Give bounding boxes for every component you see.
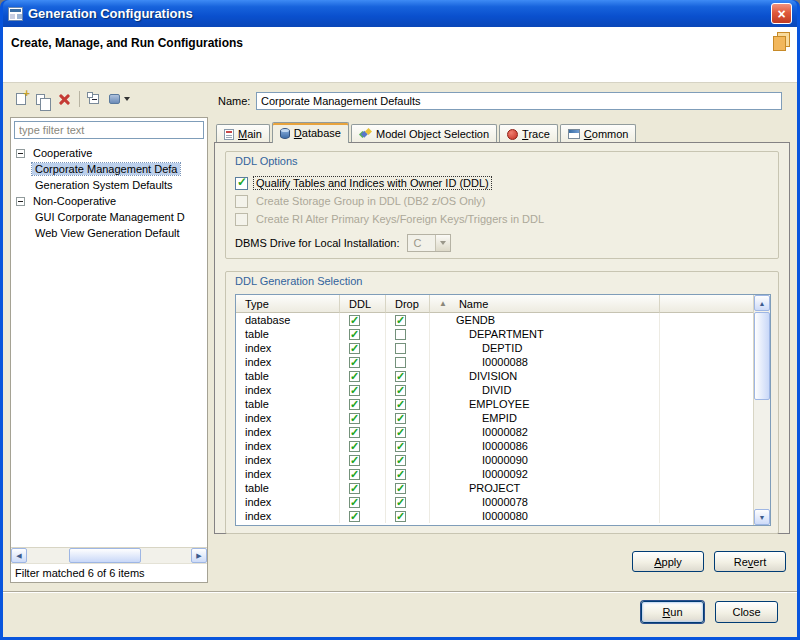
tree-item-web-view-generation-default[interactable]: Web View Generation Default (11, 225, 207, 241)
ddl-checkbox[interactable] (349, 371, 360, 382)
table-row[interactable]: tableDIVISION (236, 369, 753, 383)
drop-checkbox[interactable] (395, 511, 406, 522)
ddl-checkbox[interactable] (349, 441, 360, 452)
tab-common[interactable]: Common (560, 124, 637, 143)
scroll-thumb[interactable] (754, 312, 770, 400)
drop-checkbox[interactable] (395, 469, 406, 480)
run-button[interactable]: Run (641, 601, 704, 623)
column-header-type[interactable]: Type (236, 295, 340, 313)
ddl-checkbox[interactable] (349, 497, 360, 508)
table-row[interactable]: indexI0000088 (236, 355, 753, 369)
table-row[interactable]: databaseGENDB (236, 313, 753, 327)
tree-item-gui-corporate-management-d[interactable]: GUI Corporate Management D (11, 209, 207, 225)
table-row[interactable]: indexEMPID (236, 411, 753, 425)
ddl-checkbox[interactable] (349, 399, 360, 410)
ddl-checkbox[interactable] (349, 315, 360, 326)
filler-cell (660, 355, 753, 369)
drop-checkbox[interactable] (395, 497, 406, 508)
table-row[interactable]: indexDEPTID (236, 341, 753, 355)
apply-button[interactable]: Apply (632, 551, 704, 572)
ri-alter-checkbox-label: Create RI Alter Primary Keys/Foreign Key… (254, 213, 546, 225)
table-row[interactable]: indexI0000092 (236, 467, 753, 481)
collapse-all-button[interactable] (84, 88, 104, 110)
table-row[interactable]: indexI0000086 (236, 439, 753, 453)
drop-checkbox[interactable] (395, 329, 406, 340)
tree-item-non-cooperative[interactable]: Non-Cooperative (11, 193, 207, 209)
configuration-list-panel: CooperativeCorporate Management DefaGene… (10, 117, 208, 583)
drop-checkbox[interactable] (395, 399, 406, 410)
title-bar[interactable]: Generation Configurations × (3, 0, 797, 27)
ddl-checkbox[interactable] (349, 357, 360, 368)
ddl-checkbox[interactable] (349, 427, 360, 438)
header-banner: Create, Manage, and Run Configurations (3, 27, 797, 83)
column-header-ddl[interactable]: DDL (340, 295, 386, 313)
drop-checkbox[interactable] (395, 343, 406, 354)
column-header-name[interactable]: ▲Name (430, 295, 660, 313)
drop-checkbox[interactable] (395, 315, 406, 326)
tree-expander-icon[interactable] (16, 149, 25, 158)
config-tree: CooperativeCorporate Management DefaGene… (11, 142, 207, 547)
drop-checkbox[interactable] (395, 385, 406, 396)
filter-menu-button[interactable] (104, 88, 135, 110)
ddl-cell (340, 481, 386, 495)
table-row[interactable]: tableEMPLOYEE (236, 397, 753, 411)
ddl-checkbox[interactable] (349, 455, 360, 466)
table-row[interactable]: indexDIVID (236, 383, 753, 397)
drop-checkbox[interactable] (395, 483, 406, 494)
ddl-cell (340, 341, 386, 355)
column-header-drop[interactable]: Drop (386, 295, 430, 313)
drop-cell (386, 355, 430, 369)
table-row[interactable]: indexI0000080 (236, 509, 753, 523)
revert-button[interactable]: Revert (714, 551, 786, 572)
ddl-checkbox[interactable] (349, 511, 360, 522)
tab-model-object-selection[interactable]: Model Object Selection (351, 124, 497, 143)
ddl-checkbox[interactable] (349, 469, 360, 480)
ddl-checkbox[interactable] (349, 343, 360, 354)
table-row[interactable]: indexI0000090 (236, 453, 753, 467)
dialog-heading: Create, Manage, and Run Configurations (11, 36, 243, 50)
tree-expander-icon[interactable] (16, 197, 25, 206)
drop-checkbox[interactable] (395, 357, 406, 368)
drop-checkbox[interactable] (395, 441, 406, 452)
table-row[interactable]: tableDEPARTMENT (236, 327, 753, 341)
model-icon (359, 129, 372, 140)
table-vertical-scrollbar[interactable]: ▲ ▼ (753, 295, 770, 525)
scroll-right-button[interactable]: ▶ (191, 548, 207, 563)
ddl-checkbox[interactable] (349, 413, 360, 424)
tree-item-generation-system-defaults[interactable]: Generation System Defaults (11, 177, 207, 193)
tree-item-cooperative[interactable]: Cooperative (11, 145, 207, 161)
tab-database[interactable]: Database (272, 122, 349, 143)
ddl-checkbox[interactable] (349, 385, 360, 396)
close-icon[interactable]: × (771, 3, 792, 24)
drop-checkbox[interactable] (395, 427, 406, 438)
scroll-left-button[interactable]: ◀ (11, 548, 27, 563)
tab-main[interactable]: Main (216, 124, 270, 143)
scroll-track[interactable] (27, 548, 191, 563)
tree-item-corporate-management-defa[interactable]: Corporate Management Defa (11, 161, 207, 177)
ddl-checkbox[interactable] (349, 483, 360, 494)
tree-horizontal-scrollbar[interactable]: ◀ ▶ (11, 547, 207, 563)
filter-input[interactable] (14, 121, 204, 139)
storage-group-checkbox[interactable] (235, 195, 248, 208)
ri-alter-checkbox[interactable] (235, 213, 248, 226)
table-row[interactable]: tablePROJECT (236, 481, 753, 495)
scroll-thumb[interactable] (69, 548, 141, 563)
new-configuration-button[interactable] (11, 88, 31, 110)
name-input[interactable] (256, 92, 782, 110)
drop-checkbox[interactable] (395, 455, 406, 466)
drop-cell (386, 481, 430, 495)
tab-trace[interactable]: Trace (499, 124, 558, 143)
duplicate-configuration-button[interactable] (31, 88, 53, 110)
filler-cell (660, 341, 753, 355)
table-row[interactable]: indexI0000078 (236, 495, 753, 509)
drop-cell (386, 369, 430, 383)
ddl-checkbox[interactable] (349, 329, 360, 340)
delete-configuration-button[interactable] (53, 88, 75, 110)
scroll-up-button[interactable]: ▲ (754, 295, 770, 311)
scroll-down-button[interactable]: ▼ (754, 509, 770, 525)
qualify-owner-id-checkbox[interactable] (235, 177, 248, 190)
drop-checkbox[interactable] (395, 413, 406, 424)
table-row[interactable]: indexI0000082 (236, 425, 753, 439)
close-button[interactable]: Close (715, 601, 778, 623)
drop-checkbox[interactable] (395, 371, 406, 382)
